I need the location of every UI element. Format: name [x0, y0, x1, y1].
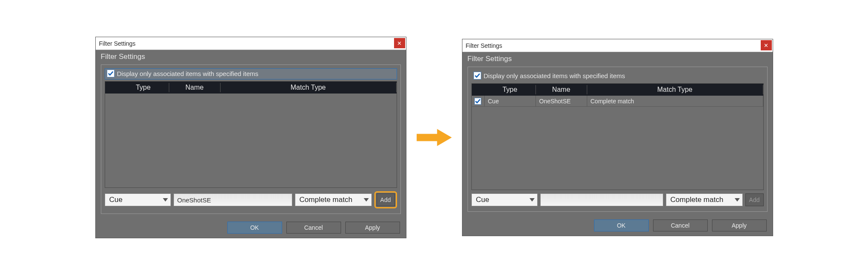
filter-table: Type Name Match Type — [105, 81, 397, 188]
titlebar: Filter Settings ✕ — [462, 39, 773, 52]
check-icon — [475, 98, 481, 104]
add-button[interactable]: Add — [377, 193, 395, 206]
match-select-value: Complete match — [300, 196, 353, 204]
input-row: Cue Complete match Add — [471, 193, 764, 206]
filter-table: Type Name Match Type Cue OneShotSE Compl… — [471, 83, 764, 190]
add-button-label: Add — [380, 196, 391, 203]
type-select[interactable]: Cue — [471, 193, 538, 206]
close-button[interactable]: ✕ — [394, 38, 405, 48]
col-name[interactable]: Name — [536, 85, 587, 94]
check-icon — [108, 70, 114, 76]
filter-settings-dialog-after: Filter Settings ✕ Filter Settings Displa… — [462, 39, 773, 236]
table-body-left — [105, 94, 397, 187]
table-header: Type Name Match Type — [105, 82, 397, 94]
filter-settings-dialog-before: Filter Settings ✕ Filter Settings Displa… — [95, 37, 406, 238]
cancel-label: Cancel — [304, 224, 323, 231]
col-type[interactable]: Type — [485, 85, 536, 94]
filter-settings-group: Display only associated items with speci… — [101, 64, 401, 214]
apply-label: Apply — [365, 224, 380, 231]
apply-label: Apply — [732, 222, 747, 229]
display-only-row[interactable]: Display only associated items with speci… — [105, 68, 397, 79]
cancel-label: Cancel — [671, 222, 690, 229]
display-only-label: Display only associated items with speci… — [117, 70, 259, 77]
display-only-checkbox[interactable] — [474, 72, 481, 79]
filter-settings-group: Display only associated items with speci… — [468, 67, 768, 212]
col-type[interactable]: Type — [118, 83, 169, 92]
match-select-value: Complete match — [671, 196, 724, 204]
name-input-value: OneShotSE — [177, 196, 211, 204]
name-input[interactable] — [540, 193, 663, 206]
display-only-checkbox[interactable] — [107, 70, 115, 77]
close-button[interactable]: ✕ — [761, 40, 772, 50]
window-title: Filter Settings — [99, 40, 136, 47]
ok-label: OK — [250, 224, 259, 231]
close-icon: ✕ — [764, 42, 768, 49]
ok-button[interactable]: OK — [594, 219, 649, 231]
display-only-row[interactable]: Display only associated items with speci… — [471, 70, 764, 82]
chevron-down-icon — [364, 198, 369, 202]
display-only-label: Display only associated items with speci… — [484, 72, 625, 79]
chevron-down-icon — [530, 198, 535, 202]
row-check-cell — [472, 96, 485, 106]
row-checkbox[interactable] — [474, 98, 481, 105]
close-icon: ✕ — [397, 40, 402, 47]
table-row[interactable]: Cue OneShotSE Complete match — [472, 96, 763, 107]
ok-label: OK — [617, 222, 625, 229]
group-title: Filter Settings — [101, 53, 406, 61]
dialog-buttons: OK Cancel Apply — [462, 215, 773, 236]
apply-button[interactable]: Apply — [712, 219, 767, 231]
add-highlight: Add — [374, 191, 397, 208]
input-row: Cue OneShotSE Complete match Add — [105, 191, 397, 208]
match-select[interactable]: Complete match — [666, 193, 743, 206]
type-select-value: Cue — [476, 196, 489, 204]
arrow-right-icon — [416, 128, 453, 147]
name-input[interactable]: OneShotSE — [174, 193, 292, 206]
table-body-right: Cue OneShotSE Complete match — [472, 96, 763, 190]
dialog-buttons: OK Cancel Apply — [96, 217, 406, 238]
add-button: Add — [745, 193, 764, 206]
group-title: Filter Settings — [468, 55, 773, 63]
check-icon — [474, 73, 480, 79]
type-select[interactable]: Cue — [105, 193, 171, 206]
add-button-label: Add — [749, 196, 760, 203]
col-match[interactable]: Match Type — [221, 83, 397, 92]
ok-button[interactable]: OK — [227, 222, 282, 234]
cancel-button[interactable]: Cancel — [653, 219, 708, 231]
col-match[interactable]: Match Type — [587, 85, 763, 94]
transition-arrow — [415, 128, 453, 147]
col-name[interactable]: Name — [169, 83, 221, 92]
window-title: Filter Settings — [466, 42, 503, 49]
row-name: OneShotSE — [536, 96, 587, 106]
table-header: Type Name Match Type — [472, 84, 763, 96]
titlebar: Filter Settings ✕ — [96, 37, 406, 50]
row-match: Complete match — [587, 96, 763, 106]
apply-button[interactable]: Apply — [345, 222, 400, 234]
cancel-button[interactable]: Cancel — [286, 222, 341, 234]
row-type: Cue — [485, 96, 536, 106]
chevron-down-icon — [163, 198, 168, 202]
match-select[interactable]: Complete match — [295, 193, 372, 206]
type-select-value: Cue — [109, 196, 123, 204]
chevron-down-icon — [735, 198, 740, 202]
